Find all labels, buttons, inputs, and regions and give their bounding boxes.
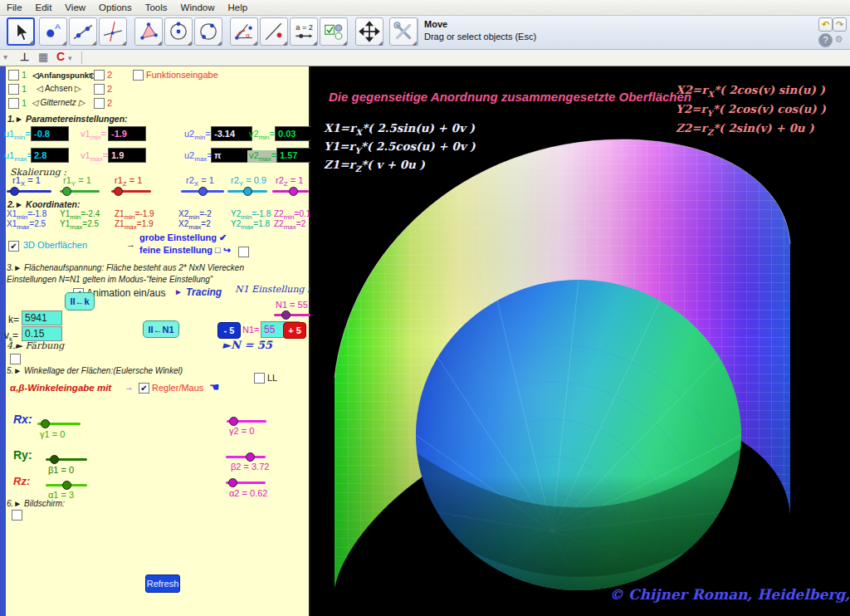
wrench-icon xyxy=(393,21,414,42)
v1max-value[interactable]: 1.9 xyxy=(108,148,146,163)
svg-text:a = 2: a = 2 xyxy=(296,23,313,32)
u1max-value[interactable]: 2.8 xyxy=(31,148,69,163)
rx-label: Rx: xyxy=(13,413,32,426)
r2x-slider-knob[interactable] xyxy=(198,187,208,196)
gitternetz1-checkbox[interactable] xyxy=(8,98,19,109)
settings-gear-button[interactable]: ⚙ xyxy=(833,33,845,46)
gamma2-slider[interactable] xyxy=(227,417,266,426)
slider-icon: a = 2 xyxy=(293,21,315,42)
n1-minus-button[interactable]: - 5 xyxy=(217,322,241,339)
row3-num1: 1 xyxy=(22,98,27,108)
achsen2-checkbox[interactable] xyxy=(94,84,105,95)
row1-num2: 2 xyxy=(107,70,112,80)
r1z-slider[interactable] xyxy=(111,187,151,196)
redo-button[interactable]: ↷ xyxy=(833,17,847,32)
funktionseingabe-label: Funktionseingabe xyxy=(146,70,218,80)
z2max-readout: Z2max=2 xyxy=(274,219,305,231)
ry-label: Ry: xyxy=(13,448,32,462)
u1min-value[interactable]: -0.8 xyxy=(31,126,69,141)
alpha1-slider[interactable] xyxy=(46,481,87,490)
slider-tool-button[interactable]: a = 2 ◢ xyxy=(290,17,318,46)
circle-tool-button[interactable]: ◢ xyxy=(164,17,193,46)
menu-file[interactable]: File xyxy=(0,2,29,13)
u2min-value[interactable]: -3.14 xyxy=(211,126,252,141)
gamma1-slider-knob[interactable] xyxy=(41,419,50,428)
menu-help[interactable]: Help xyxy=(221,2,254,13)
r1y-slider-knob[interactable] xyxy=(62,187,71,196)
line-tool-button[interactable]: ◢ xyxy=(69,17,97,46)
ll-checkbox[interactable] xyxy=(254,373,265,384)
animation-label: Animation ein/aus xyxy=(86,287,165,299)
refresh-button[interactable]: Refresh xyxy=(145,574,180,593)
anfangspunkt2-checkbox[interactable] xyxy=(94,70,105,81)
point-icon: A xyxy=(42,21,64,42)
surface3d-checkbox[interactable]: ✔ xyxy=(8,241,19,252)
custom-tools-button[interactable]: ◢ xyxy=(389,17,418,46)
bildschirm-checkbox[interactable] xyxy=(12,510,22,521)
beta1-slider[interactable] xyxy=(46,455,87,464)
point-tool-button[interactable]: A ◢ xyxy=(39,17,67,46)
menu-view[interactable]: View xyxy=(58,2,92,13)
v2min-value[interactable]: 0.03 xyxy=(275,126,311,141)
grid-toggle-icon[interactable]: ▦ xyxy=(38,50,48,64)
n1-plus-button[interactable]: + 5 xyxy=(283,322,306,339)
point-capturing-icon[interactable]: C xyxy=(56,50,65,64)
r1x-slider-knob[interactable] xyxy=(10,187,19,196)
stylebar-collapse-icon[interactable]: ▾ xyxy=(3,50,7,64)
r2z-slider-knob[interactable] xyxy=(289,187,298,196)
perpendicular-line-tool-button[interactable]: ◢ xyxy=(99,17,127,46)
r1x-slider[interactable] xyxy=(7,187,51,196)
r2y-slider[interactable] xyxy=(227,187,267,196)
v2max-value[interactable]: 1.57 xyxy=(276,148,311,163)
achsen1-checkbox[interactable] xyxy=(8,84,19,95)
beta2-slider-knob[interactable] xyxy=(246,452,255,462)
point-capturing-dropdown-icon[interactable]: ▾ xyxy=(68,51,72,66)
k-value[interactable]: 5941 xyxy=(22,310,62,325)
r2y-slider-knob[interactable] xyxy=(243,187,252,196)
menu-bar: File Edit View Options Tools Window Help xyxy=(0,0,850,16)
angle-tool-button[interactable]: α ◢ xyxy=(230,17,258,46)
r1z-slider-knob[interactable] xyxy=(114,187,123,196)
menu-window[interactable]: Window xyxy=(174,2,222,13)
menu-edit[interactable]: Edit xyxy=(29,2,59,13)
faerbung-checkbox[interactable] xyxy=(10,354,21,364)
move-tool-button[interactable]: ◢ xyxy=(7,17,35,46)
vk-value[interactable]: 0.15 xyxy=(22,326,62,341)
axes-toggle-icon[interactable]: ⊥ xyxy=(20,50,29,64)
polygon-tool-button[interactable]: ◢ xyxy=(134,17,163,46)
gitternetz2-checkbox[interactable] xyxy=(94,98,105,109)
gamma2-slider-knob[interactable] xyxy=(229,417,238,426)
u2max-value[interactable]: π xyxy=(211,148,252,163)
r2z-slider[interactable] xyxy=(272,187,309,196)
beta1-slider-knob[interactable] xyxy=(50,455,59,464)
menu-tools[interactable]: Tools xyxy=(139,2,174,13)
checkbox-tool-button[interactable]: ◢ xyxy=(320,17,348,46)
reset-n1-button[interactable]: II←N1 xyxy=(143,320,179,338)
move-view-tool-button[interactable]: ◢ xyxy=(355,17,383,46)
alpha2-slider-knob[interactable] xyxy=(228,478,237,487)
gamma1-slider[interactable] xyxy=(37,419,81,428)
alpha2-slider[interactable] xyxy=(226,478,266,487)
r1y-slider[interactable] xyxy=(60,187,100,196)
beta2-slider[interactable] xyxy=(226,452,266,462)
regler-checkbox[interactable]: ✔ xyxy=(139,383,149,394)
y2max-readout: Y2max=1.8 xyxy=(231,219,270,231)
r2x-slider[interactable] xyxy=(181,187,224,196)
tool-dropdown-icon: ◢ xyxy=(188,40,192,46)
feine-einstellung-checkbox[interactable] xyxy=(238,247,249,257)
reset-k-button[interactable]: II←k xyxy=(65,292,95,310)
funktionseingabe-checkbox[interactable] xyxy=(133,70,144,81)
undo-button[interactable]: ↶ xyxy=(818,17,833,32)
graphics-3d-view[interactable]: Die gegenseitige Anordnung zusammengeset… xyxy=(310,66,850,616)
v1min-value[interactable]: -1.9 xyxy=(108,126,146,141)
conic-tool-button[interactable]: ◢ xyxy=(194,17,222,46)
reflection-tool-button[interactable]: ◢ xyxy=(260,17,288,46)
alpha1-slider-knob[interactable] xyxy=(62,481,71,490)
help-button[interactable]: ? xyxy=(818,33,833,47)
anfangspunkt-label: ◁Anfangspunkt▷ xyxy=(32,71,97,80)
n1-slider-knob[interactable] xyxy=(281,310,291,320)
anfangspunkt1-checkbox[interactable] xyxy=(8,70,19,81)
n1-slider[interactable] xyxy=(274,310,312,320)
tracing-label[interactable]: Tracing xyxy=(186,286,222,298)
menu-options[interactable]: Options xyxy=(92,2,139,13)
